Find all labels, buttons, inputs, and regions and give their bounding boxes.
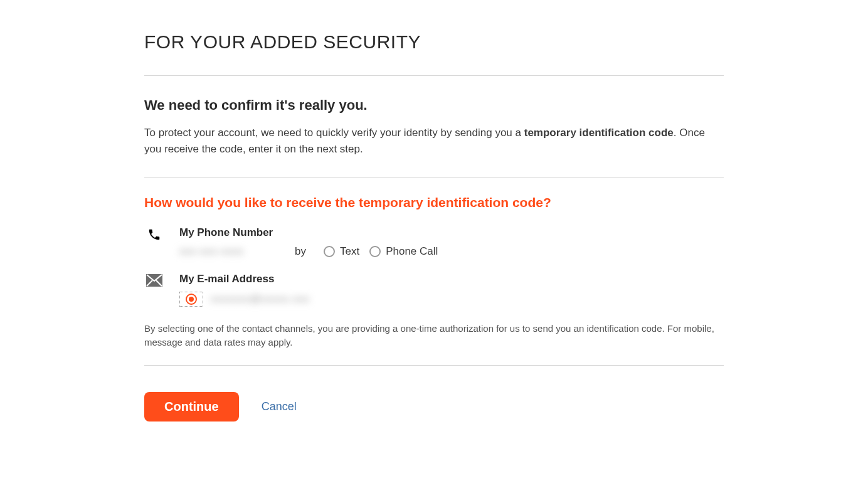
delivery-question: How would you like to receive the tempor… bbox=[144, 195, 724, 210]
cancel-link[interactable]: Cancel bbox=[262, 400, 297, 413]
confirm-desc-part1: To protect your account, we need to quic… bbox=[144, 127, 524, 139]
security-verification-page: FOR YOUR ADDED SECURITY We need to confi… bbox=[0, 0, 868, 447]
email-row: My E-mail Address xxxxxxx@xxxxx.xxx bbox=[144, 273, 724, 307]
phone-by-label: by bbox=[295, 245, 306, 258]
phone-row: My Phone Number xxx-xxx-xxxx by Text Pho… bbox=[144, 226, 724, 258]
confirm-subheading: We need to confirm it's really you. bbox=[144, 97, 724, 114]
email-radio[interactable] bbox=[179, 292, 203, 307]
action-bar: Continue Cancel bbox=[144, 366, 724, 421]
phone-radio-call-label: Phone Call bbox=[386, 245, 438, 258]
radio-icon bbox=[369, 246, 381, 257]
phone-body: My Phone Number xxx-xxx-xxxx by Text Pho… bbox=[179, 226, 724, 258]
email-line: xxxxxxx@xxxxx.xxx bbox=[179, 292, 724, 307]
radio-icon bbox=[324, 246, 335, 257]
continue-button[interactable]: Continue bbox=[144, 392, 239, 421]
email-label: My E-mail Address bbox=[179, 273, 724, 285]
email-body: My E-mail Address xxxxxxx@xxxxx.xxx bbox=[179, 273, 724, 307]
phone-line: xxx-xxx-xxxx by Text Phone Call bbox=[179, 245, 724, 258]
email-masked-value: xxxxxxx@xxxxx.xxx bbox=[211, 294, 310, 305]
confirm-desc-bold: temporary identification code bbox=[524, 127, 674, 139]
radio-icon-selected bbox=[186, 294, 197, 305]
delivery-section: How would you like to receive the tempor… bbox=[144, 178, 724, 365]
phone-radio-call[interactable]: Phone Call bbox=[369, 245, 438, 258]
page-title: FOR YOUR ADDED SECURITY bbox=[144, 31, 724, 53]
confirm-description: To protect your account, we need to quic… bbox=[144, 125, 724, 158]
phone-radio-group: Text Phone Call bbox=[324, 245, 438, 258]
phone-masked-value: xxx-xxx-xxxx bbox=[179, 246, 255, 257]
phone-radio-text-label: Text bbox=[340, 245, 359, 258]
phone-icon bbox=[144, 226, 164, 241]
confirm-section: We need to confirm it's really you. To p… bbox=[144, 76, 724, 177]
disclaimer-text: By selecting one of the contact channels… bbox=[144, 322, 724, 350]
phone-radio-text[interactable]: Text bbox=[324, 245, 359, 258]
mail-icon bbox=[144, 273, 164, 287]
phone-label: My Phone Number bbox=[179, 226, 724, 239]
